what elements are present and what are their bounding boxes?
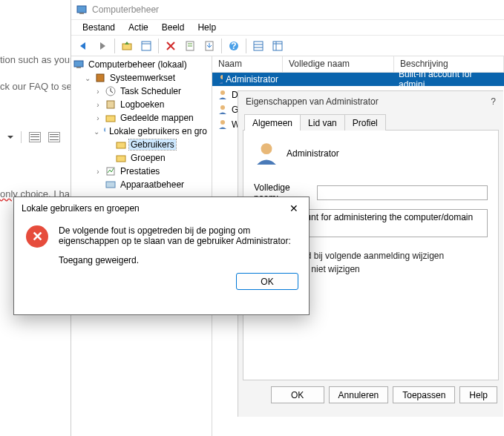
tree-label: Prestaties (119, 166, 161, 176)
svg-point-29 (220, 75, 223, 79)
user-icon (217, 104, 229, 116)
expand-icon[interactable]: › (94, 87, 102, 96)
tree-apparaatbeheer[interactable]: Apparaatbeheer (94, 178, 212, 191)
back-button[interactable] (74, 37, 92, 55)
tree-root[interactable]: Computerbeheer (lokaal) (73, 58, 212, 71)
tree-label: Systeemwerkset (108, 73, 177, 83)
tree-prestaties[interactable]: ›Prestaties (94, 165, 212, 178)
svg-rect-17 (74, 61, 83, 67)
help-button[interactable]: Help (459, 386, 497, 403)
col-volledige-naam[interactable]: Volledige naam (283, 56, 394, 72)
tree-gedeelde-mappen[interactable]: ›Gedeelde mappen (94, 111, 212, 125)
tree-label: Gebruikers (129, 139, 176, 150)
error-detail: Toegang geweigerd. (59, 255, 297, 265)
app-icon (76, 4, 88, 16)
svg-rect-2 (122, 44, 131, 50)
collapse-icon[interactable]: ⌄ (94, 128, 99, 136)
expand-icon[interactable]: › (94, 168, 102, 176)
close-button[interactable]: ✕ (285, 201, 303, 216)
tree-label: Logboeken (119, 99, 166, 110)
svg-rect-28 (106, 182, 115, 188)
delete-icon (165, 40, 177, 52)
bg-text: tion such as your (0, 54, 73, 65)
list-icon (29, 132, 41, 142)
svg-rect-18 (76, 67, 81, 68)
help-button[interactable]: ? (491, 96, 496, 107)
tab-lid-van[interactable]: Lid van (300, 114, 345, 131)
user-icon (217, 89, 229, 101)
svg-point-30 (220, 90, 225, 95)
tree-groepen[interactable]: Groepen (104, 151, 212, 165)
user-large-icon (254, 141, 279, 166)
cancel-button[interactable]: Annuleren (329, 386, 389, 403)
svg-rect-1 (79, 13, 84, 14)
menu-actie[interactable]: Actie (122, 20, 155, 35)
clock-icon (105, 85, 117, 97)
fullname-input[interactable] (317, 185, 488, 200)
menu-bestand[interactable]: Bestand (76, 20, 122, 35)
svg-rect-25 (117, 142, 125, 148)
ok-button[interactable]: OK (271, 386, 324, 403)
expand-icon[interactable]: › (94, 114, 102, 122)
menubar: Bestand Actie Beeld Help (71, 19, 504, 36)
detail-view-icon (272, 40, 284, 52)
svg-rect-22 (106, 116, 115, 122)
cell-name: Administrator (226, 74, 278, 85)
svg-rect-19 (96, 74, 104, 82)
export-button[interactable] (200, 37, 218, 55)
error-title: Lokale gebruikers en groepen (22, 203, 140, 214)
list-row-administrator[interactable]: Administrator Built-in account for admin… (212, 73, 504, 86)
folder-up-icon (121, 40, 133, 52)
folder-icon (115, 139, 127, 151)
error-message: De volgende fout is opgetreden bij de po… (59, 225, 297, 246)
tree-gebruikers[interactable]: Gebruikers (104, 138, 212, 151)
tab-profiel[interactable]: Profiel (344, 114, 386, 131)
window-title: Computerbeheer (92, 4, 159, 15)
shared-folder-icon (105, 112, 117, 124)
up-button[interactable] (118, 37, 136, 55)
error-ok-button[interactable]: OK (236, 273, 298, 290)
username-label: Administrator (287, 148, 339, 159)
svg-rect-26 (117, 156, 125, 162)
dialog-title: Eigenschappen van Administrator (246, 96, 379, 107)
cell-desc: Built-in account for admini (394, 69, 504, 90)
tree-lokale-gebruikers[interactable]: ⌄Lokale gebruikers en gro (94, 125, 212, 138)
bg-text: ck our FAQ to see (0, 81, 77, 92)
arrow-left-icon (77, 40, 89, 52)
tree-label: Groepen (129, 153, 167, 163)
apply-button[interactable]: Toepassen (393, 386, 455, 403)
collapse-icon[interactable]: ⌄ (83, 74, 92, 82)
svg-rect-3 (142, 42, 151, 50)
tree-task-scheduler[interactable]: ›Task Scheduler (94, 85, 212, 98)
refresh-icon (184, 40, 196, 52)
users-icon (102, 125, 105, 137)
tree-systeemwerkset[interactable]: ⌄ Systeemwerkset (83, 71, 212, 85)
forward-button[interactable] (94, 37, 111, 55)
menu-help[interactable]: Help (191, 20, 223, 35)
svg-point-31 (220, 105, 225, 110)
arrow-right-icon (96, 40, 108, 52)
delete-button[interactable] (162, 37, 180, 55)
svg-point-23 (104, 128, 105, 132)
svg-point-33 (261, 143, 272, 154)
error-dialog: Lokale gebruikers en groepen ✕ ✕ De volg… (13, 196, 310, 315)
tabstrip: Algemeen Lid van Profiel (238, 112, 503, 130)
svg-point-32 (220, 120, 225, 125)
help-button[interactable]: ? (225, 37, 243, 55)
bg-toolbar (7, 131, 60, 143)
col-naam[interactable]: Naam (212, 56, 283, 72)
device-icon (105, 179, 117, 191)
folder-icon (115, 152, 127, 164)
refresh-button[interactable] (181, 37, 199, 55)
tab-algemeen[interactable]: Algemeen (244, 114, 301, 131)
show-hide-button[interactable] (137, 37, 155, 55)
svg-rect-0 (77, 6, 86, 13)
expand-icon[interactable]: › (94, 101, 102, 109)
tree-logboeken[interactable]: ›Logboeken (94, 98, 212, 111)
menu-beeld[interactable]: Beeld (155, 20, 192, 35)
view-list-button[interactable] (249, 37, 267, 55)
help-icon: ? (228, 40, 240, 52)
window-icon (140, 40, 152, 52)
view-detail-button[interactable] (269, 37, 287, 55)
log-icon (105, 99, 117, 110)
